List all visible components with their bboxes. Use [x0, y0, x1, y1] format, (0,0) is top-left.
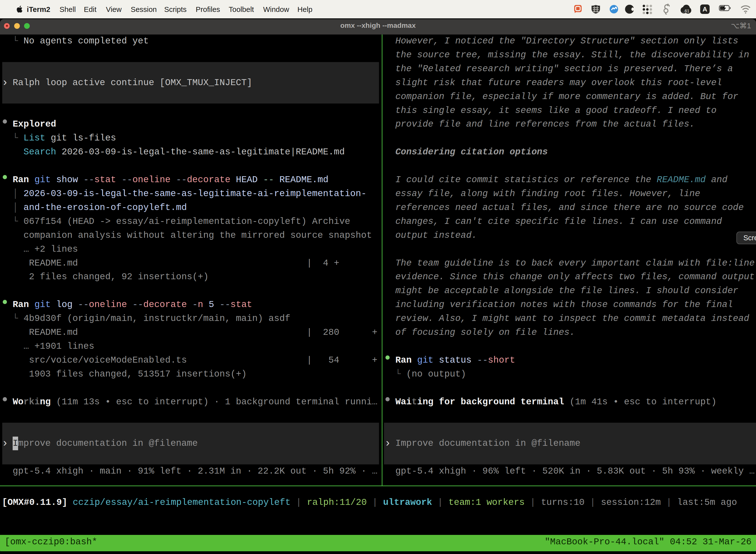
svg-text:A: A — [703, 5, 707, 13]
svg-text:..61: ..61 — [682, 9, 689, 13]
